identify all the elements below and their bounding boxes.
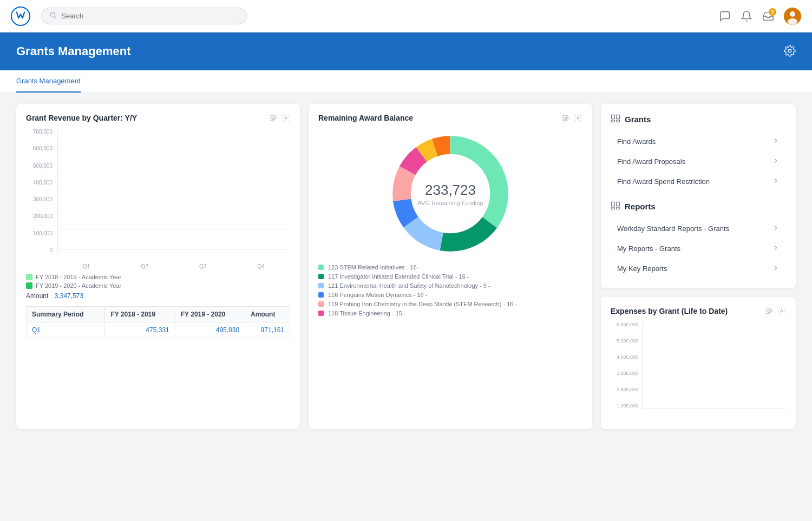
expenses-chart-area: 6,000,000 5,000,000 4,000,000 3,000,000 … <box>611 322 786 419</box>
donut-legend-color-5 <box>318 311 324 316</box>
donut-legend-color-2 <box>318 283 324 288</box>
bar-chart-icons[interactable] <box>269 114 290 122</box>
settings-icon[interactable] <box>784 45 796 58</box>
svg-rect-26 <box>612 115 615 119</box>
gear-icon-expenses[interactable] <box>777 307 786 315</box>
section-divider <box>611 196 786 196</box>
bar-chart-title: Grant Revenue by Quarter: Y/Y <box>26 114 137 122</box>
donut-legend: 123 STEM Related Initiatives - 16 - 117 … <box>318 264 582 316</box>
menu-item-workday-reports-label: Workday Standard Reports - Grants <box>617 225 729 233</box>
logo-letter <box>16 10 25 22</box>
tab-grants-management[interactable]: Grants Management <box>16 70 81 93</box>
svg-rect-29 <box>617 120 620 122</box>
inbox-icon[interactable]: 3 <box>762 10 774 22</box>
gear-icon-bar-chart[interactable] <box>281 114 290 122</box>
donut-chart-header: Remaining Award Balance <box>318 114 582 122</box>
svg-rect-33 <box>617 207 620 209</box>
main-content: Grant Revenue by Quarter: Y/Y <box>0 93 812 440</box>
search-bar[interactable] <box>41 8 247 24</box>
reports-section-title: Reports <box>625 202 656 211</box>
chevron-right-icon-3 <box>772 177 780 186</box>
legend-item-fy2: FY 2019 - 2020 - Academic Year <box>26 282 290 289</box>
donut-legend-item-3: 116 Penguins Motion Dynamics - 16 - <box>318 292 582 298</box>
x-axis: Q1 Q2 Q3 Q4 <box>57 263 290 269</box>
donut-legend-item-0: 123 STEM Related Initiatives - 16 - <box>318 264 582 271</box>
avatar[interactable] <box>784 8 801 25</box>
chevron-right-icon-6 <box>772 264 780 273</box>
reports-section-header: Reports <box>611 201 786 212</box>
gear-icon-donut[interactable] <box>574 114 582 122</box>
filter-icon-expenses[interactable] <box>764 307 773 315</box>
donut-center: 233,723 AVG Remaining Funding <box>418 182 483 206</box>
menu-item-key-reports-label: My Key Reports <box>617 265 667 273</box>
svg-point-0 <box>50 12 55 17</box>
chat-icon[interactable] <box>719 10 731 22</box>
expenses-chart-header: Expenses by Grant (Life to Date) <box>611 307 786 315</box>
search-icon <box>49 11 57 21</box>
bar-chart-card: Grant Revenue by Quarter: Y/Y <box>16 104 300 429</box>
expenses-y-axis: 6,000,000 5,000,000 4,000,000 3,000,000 … <box>611 322 640 408</box>
svg-point-9 <box>274 117 276 119</box>
summary-table: Summary Period FY 2018 - 2019 FY 2019 - … <box>26 306 290 338</box>
top-navigation: 3 <box>0 0 812 32</box>
svg-point-39 <box>781 310 783 312</box>
nav-icons: 3 <box>719 8 801 25</box>
donut-container: 233,723 AVG Remaining Funding <box>318 129 582 259</box>
chevron-right-icon-2 <box>772 157 780 166</box>
menu-item-my-reports[interactable]: My Reports - Grants <box>611 239 786 259</box>
table-row: Q1 475,331 495,830 971,161 <box>27 322 290 338</box>
header-band: Grants Management <box>0 32 812 70</box>
svg-point-15 <box>566 117 568 119</box>
y-axis: 700,000 600,000 500,000 400,000 300,000 … <box>26 129 56 253</box>
right-panel: Grants Find Awards Find Award Proposals … <box>601 104 796 429</box>
filter-icon[interactable] <box>269 114 277 122</box>
svg-rect-31 <box>617 202 620 206</box>
grants-reports-card: Grants Find Awards Find Award Proposals … <box>601 104 796 288</box>
donut-legend-color-1 <box>318 274 324 279</box>
menu-item-find-award-spend[interactable]: Find Award Spend Restriction <box>611 172 786 192</box>
col-header-amount: Amount <box>245 307 290 322</box>
chart-plot <box>57 129 290 253</box>
page-title: Grants Management <box>16 44 131 58</box>
logo-circle <box>11 6 30 26</box>
donut-chart-icons[interactable] <box>561 114 582 122</box>
donut-chart-title: Remaining Award Balance <box>318 114 413 122</box>
donut-legend-item-1: 117 Investigator Initiated Extended Clin… <box>318 273 582 280</box>
search-input[interactable] <box>61 12 239 20</box>
chevron-right-icon-5 <box>772 244 780 253</box>
svg-point-38 <box>768 312 770 314</box>
svg-line-1 <box>55 17 56 18</box>
col-header-fy1: FY 2018 - 2019 <box>105 307 175 322</box>
expenses-chart-icons[interactable] <box>764 307 786 315</box>
menu-item-key-reports[interactable]: My Key Reports <box>611 259 786 279</box>
donut-legend-item-2: 121 Environmental Health and Safety of N… <box>318 282 582 289</box>
menu-item-find-awards[interactable]: Find Awards <box>611 131 786 151</box>
donut-legend-color-3 <box>318 292 324 298</box>
menu-item-find-award-spend-label: Find Award Spend Restriction <box>617 177 710 186</box>
donut-value: 233,723 <box>418 182 483 199</box>
menu-item-find-award-proposals-label: Find Award Proposals <box>617 157 685 166</box>
logo[interactable] <box>11 6 30 26</box>
svg-rect-27 <box>617 115 620 119</box>
amount-value: 3,347,573 <box>55 292 83 300</box>
svg-point-4 <box>788 18 797 25</box>
menu-item-my-reports-label: My Reports - Grants <box>617 245 680 253</box>
svg-rect-28 <box>612 120 615 122</box>
bell-icon[interactable] <box>741 10 752 22</box>
menu-item-workday-reports[interactable]: Workday Standard Reports - Grants <box>611 219 786 239</box>
svg-point-5 <box>788 49 791 52</box>
menu-item-find-award-proposals[interactable]: Find Award Proposals <box>611 151 786 172</box>
filter-icon-donut[interactable] <box>561 114 569 122</box>
chevron-right-icon-4 <box>772 224 780 233</box>
svg-point-17 <box>577 117 579 119</box>
donut-legend-color-0 <box>318 265 324 270</box>
grants-section-header: Grants <box>611 114 786 125</box>
row-period[interactable]: Q1 <box>27 322 105 338</box>
menu-item-find-awards-label: Find Awards <box>617 137 656 146</box>
chart-legend: FY 2018 - 2019 - Academic Year FY 2019 -… <box>26 274 290 289</box>
svg-rect-32 <box>612 207 615 209</box>
grants-icon <box>611 114 620 125</box>
grants-section-title: Grants <box>625 115 651 124</box>
col-header-fy2: FY 2019 - 2020 <box>175 307 245 322</box>
row-amount: 971,161 <box>245 322 290 338</box>
